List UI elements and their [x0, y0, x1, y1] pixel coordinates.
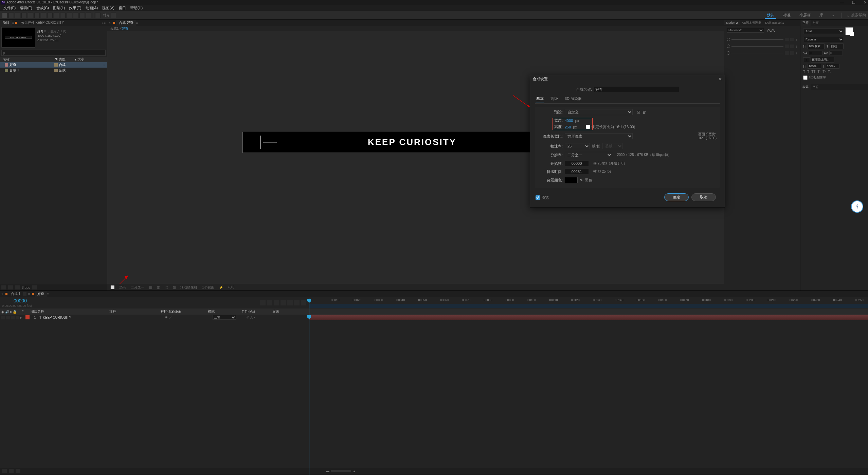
close-button[interactable]: ✕: [864, 0, 867, 5]
tab-align[interactable]: 对齐: [811, 20, 821, 26]
font-style[interactable]: Regular: [803, 37, 844, 42]
grid-icon[interactable]: ▦: [148, 285, 153, 289]
menu-layer[interactable]: 图层(L): [52, 5, 66, 11]
subscript-icon[interactable]: T₁: [828, 70, 831, 74]
delete-preset-icon[interactable]: 🗑: [643, 110, 646, 114]
help-search[interactable]: ⌕ 搜索帮助: [847, 13, 866, 18]
tab-project[interactable]: 项目: [0, 20, 12, 26]
selection-tool[interactable]: [2, 13, 7, 18]
menu-window[interactable]: 窗口: [117, 5, 127, 11]
zoom-in-icon[interactable]: ▲: [352, 469, 356, 473]
comp-name-input[interactable]: [594, 87, 679, 92]
cancel-button[interactable]: 取消: [691, 193, 716, 201]
anchor-null-icon[interactable]: [727, 51, 730, 55]
bold-icon[interactable]: T: [803, 70, 805, 74]
tab-paragraph[interactable]: 段落: [800, 84, 811, 90]
font-family[interactable]: Arial: [803, 29, 844, 34]
preview-checkbox[interactable]: [536, 195, 540, 200]
roto-tool[interactable]: [79, 13, 85, 18]
menu-view[interactable]: 视图(V): [101, 5, 116, 11]
audio-col-icon[interactable]: 🔊: [5, 310, 9, 314]
frameblend-icon[interactable]: [287, 300, 293, 305]
eraser-tool[interactable]: [73, 13, 78, 18]
ws-default[interactable]: 默认: [765, 12, 776, 19]
par-dropdown[interactable]: 方形像素: [565, 133, 633, 139]
dropframe-dropdown[interactable]: 丢帧: [602, 143, 623, 149]
brush-tool[interactable]: [60, 13, 66, 18]
puppet-tool[interactable]: [86, 13, 91, 18]
col-comment[interactable]: 注释: [108, 309, 159, 314]
new-folder-icon[interactable]: [8, 285, 13, 289]
visibility-toggle[interactable]: [1, 316, 5, 319]
project-row[interactable]: 合成 1 合成: [0, 68, 107, 73]
lock-aspect-checkbox[interactable]: [586, 125, 590, 129]
timecode-offset[interactable]: +0:0: [227, 285, 236, 289]
col-mode[interactable]: 模式: [206, 309, 240, 314]
blend-mode[interactable]: 正常: [213, 315, 236, 320]
tab-effects[interactable]: 效果控件 KEEP CURIOSITY: [18, 20, 67, 26]
toggle-switches-icon[interactable]: [2, 469, 7, 473]
comp-flowchart-icon[interactable]: [267, 300, 272, 305]
trash-icon[interactable]: [32, 285, 37, 289]
menu-effect[interactable]: 效果(T): [68, 5, 83, 11]
tracking[interactable]: 0: [829, 51, 843, 55]
lock-col-icon[interactable]: 🔒: [13, 310, 17, 314]
stamp-tool[interactable]: [67, 13, 72, 18]
size-sort-icon[interactable]: ▴: [75, 57, 76, 61]
ws-more[interactable]: »: [830, 13, 836, 18]
tab-character[interactable]: 字符: [800, 20, 811, 26]
menu-comp[interactable]: 合成(C): [35, 5, 50, 11]
playhead-line[interactable]: [309, 315, 309, 475]
tab-3d[interactable]: 3D 渲染器: [564, 95, 582, 103]
col-trkmat[interactable]: T TrkMat: [240, 310, 271, 314]
maximize-button[interactable]: ☐: [852, 0, 855, 5]
rotate-tool[interactable]: [28, 13, 33, 18]
smallcaps-icon[interactable]: Tt: [817, 70, 820, 74]
layer-track-bar[interactable]: [309, 315, 868, 320]
menu-file[interactable]: 文件(F): [2, 5, 17, 11]
ok-button[interactable]: 确定: [664, 193, 689, 201]
panel-menu-icon[interactable]: »≡: [102, 21, 106, 25]
menu-anim[interactable]: 动画(A): [84, 5, 100, 11]
timeline-tab-comp1[interactable]: 合成 1: [8, 291, 23, 297]
tab-motion2[interactable]: Motion 2: [724, 20, 740, 25]
menu-edit[interactable]: 编辑(E): [18, 5, 34, 11]
draft3d-icon[interactable]: [274, 300, 279, 305]
eyedropper-icon[interactable]: ✎: [580, 178, 583, 182]
col-source[interactable]: 图层名称: [29, 309, 108, 314]
stroke-over[interactable]: 在描边上填...: [811, 57, 834, 63]
res-dropdown[interactable]: 二分之一: [130, 285, 145, 290]
bg-color-swatch[interactable]: [565, 177, 578, 183]
leading[interactable]: 自动: [830, 43, 844, 49]
motion-preset[interactable]: Motion v2: [727, 28, 764, 33]
italic-icon[interactable]: T: [807, 70, 809, 74]
text-tool[interactable]: [54, 13, 59, 18]
interpret-icon[interactable]: [1, 285, 6, 289]
search-layer-icon[interactable]: [260, 300, 266, 305]
col-parent[interactable]: 父级: [271, 309, 281, 314]
fill-color-swatch[interactable]: [845, 27, 853, 35]
trkmat-dropdown[interactable]: ⦾ 无 ▾: [247, 316, 255, 319]
label-icon[interactable]: ◥: [54, 57, 58, 61]
fast-preview-icon[interactable]: ⚡: [218, 285, 224, 289]
hindi-digits[interactable]: [803, 75, 808, 80]
rect-tool[interactable]: [41, 13, 46, 18]
dialog-close-icon[interactable]: ✕: [719, 77, 722, 82]
new-comp-icon[interactable]: [15, 285, 20, 289]
project-row[interactable]: 好奇 合成 ⋯: [0, 62, 107, 68]
motionblur-icon[interactable]: [294, 300, 300, 305]
framerate-dropdown[interactable]: 25: [565, 143, 590, 149]
font-size[interactable]: 100 像素: [808, 43, 825, 49]
resolution-dropdown[interactable]: 二分之一: [565, 152, 612, 158]
transparency-icon[interactable]: ▨: [171, 285, 177, 289]
graph-editor-icon[interactable]: [301, 300, 306, 305]
solo-col-icon[interactable]: ●: [10, 310, 12, 314]
start-input[interactable]: [565, 161, 589, 166]
stroke-width[interactable]: -: [803, 57, 810, 62]
project-search[interactable]: ρ: [1, 50, 106, 56]
ws-small[interactable]: 小屏幕: [797, 12, 813, 18]
shy-icon[interactable]: [281, 300, 286, 305]
superscript-icon[interactable]: T¹: [822, 70, 826, 74]
bpc-toggle[interactable]: 8 bpc: [22, 286, 30, 289]
eye-col-icon[interactable]: ◉: [1, 310, 4, 314]
